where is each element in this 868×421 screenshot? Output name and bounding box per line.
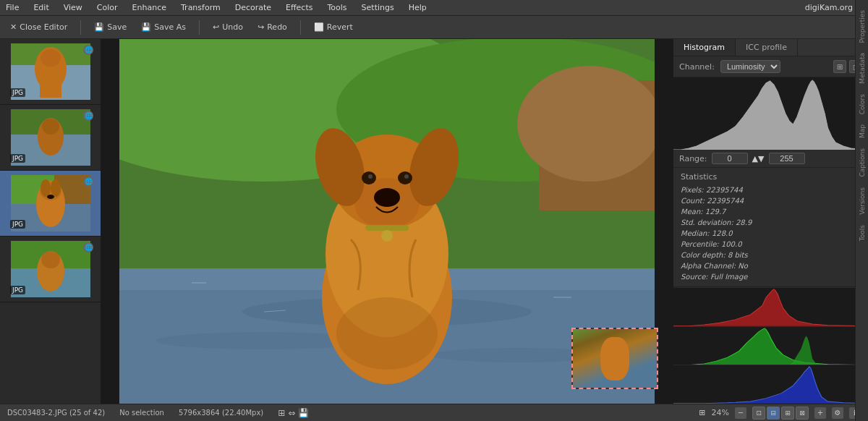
save-icon: 💾 — [94, 22, 104, 32]
side-tab-metadata[interactable]: Metadata — [857, 48, 867, 88]
status-icon-2[interactable]: ⇔ — [288, 408, 295, 418]
tab-icc-profile[interactable]: ICC profile — [736, 39, 798, 56]
range-label: Range: — [679, 154, 707, 163]
view-btn-1[interactable]: ⊡ — [752, 407, 765, 420]
canvas-area[interactable] — [101, 39, 673, 404]
panel-tabs: Histogram ICC profile — [673, 39, 868, 56]
range-max-input[interactable] — [769, 153, 805, 164]
thumb-globe-1: 🌐 — [83, 45, 93, 55]
svg-point-20 — [41, 251, 60, 268]
statistics-section: Statistics Pixels: 22395744 Count: 22395… — [673, 168, 868, 287]
close-editor-icon: ✕ — [10, 22, 17, 32]
side-tabs: Properties Metadata Colors Map Captions … — [855, 39, 868, 404]
menu-transform[interactable]: Transform — [178, 1, 224, 14]
side-tab-properties[interactable]: Properties — [857, 39, 867, 47]
save-as-button[interactable]: 💾 Save As — [137, 20, 190, 34]
zoom-level: 24% — [712, 408, 729, 417]
thumb-label-3: JPG — [10, 220, 25, 229]
side-tab-tools[interactable]: Tools — [857, 221, 867, 245]
side-tab-colors[interactable]: Colors — [857, 90, 867, 119]
status-selection: No selection — [119, 409, 164, 417]
thumb-globe-4: 🌐 — [83, 242, 93, 252]
menu-view[interactable]: View — [61, 1, 85, 14]
svg-point-44 — [336, 297, 438, 370]
histogram-green — [673, 326, 868, 365]
histogram-blue — [673, 365, 868, 404]
svg-point-41 — [374, 188, 400, 207]
view-btn-2[interactable]: ⊟ — [767, 407, 780, 420]
statusbar: DSC03483-2.JPG (25 of 42) No selection 5… — [0, 404, 868, 421]
thumbnail-item-2[interactable]: 🌐 JPG — [0, 105, 101, 171]
svg-point-39 — [368, 174, 373, 179]
save-as-icon: 💾 — [141, 22, 151, 32]
undo-icon: ↩ — [213, 22, 219, 32]
histogram-svg — [673, 77, 868, 150]
status-icons: ⊞ ⇔ 💾 — [278, 408, 309, 418]
side-tab-captions[interactable]: Captions — [857, 144, 867, 181]
menu-decorate[interactable]: Decorate — [232, 1, 274, 14]
view-mode-buttons: ⊡ ⊟ ⊞ ⊠ — [752, 407, 809, 420]
menu-color[interactable]: Color — [94, 1, 121, 14]
menu-enhance[interactable]: Enhance — [129, 1, 169, 14]
side-tab-map[interactable]: Map — [857, 120, 867, 143]
range-min-input[interactable] — [712, 153, 748, 164]
zoom-icon: ⊞ — [699, 408, 705, 417]
toolbar-separator-2 — [199, 20, 200, 35]
range-row: Range: ▲▼ — [673, 150, 868, 168]
svg-point-15 — [51, 179, 61, 197]
status-filename: DSC03483-2.JPG (25 of 42) — [7, 409, 105, 417]
settings-button[interactable]: ⚙ — [832, 407, 843, 419]
thumbnail-item-3[interactable]: 🌐 JPG — [0, 171, 101, 237]
stat-mean: Mean: 129.7 — [681, 206, 861, 217]
undo-button[interactable]: ↩ Undo — [208, 20, 247, 34]
zoom-in-button[interactable]: + — [814, 407, 826, 419]
svg-point-8 — [42, 119, 59, 135]
menu-tools[interactable]: Tools — [324, 1, 349, 14]
stat-pixels: Pixels: 22395744 — [681, 184, 861, 195]
status-icon-1[interactable]: ⊞ — [278, 408, 285, 418]
histogram-log-btn[interactable]: ⊞ — [833, 60, 846, 73]
menu-edit[interactable]: Edit — [30, 1, 51, 14]
status-icon-3[interactable]: 💾 — [298, 408, 309, 418]
menu-settings[interactable]: Settings — [359, 1, 397, 14]
canvas-thumb-dog — [600, 337, 629, 380]
close-editor-button[interactable]: ✕ Close Editor — [6, 20, 72, 34]
save-button[interactable]: 💾 Save — [90, 20, 131, 34]
tab-histogram[interactable]: Histogram — [673, 39, 736, 56]
channel-select[interactable]: Luminosity Red Green Blue Alpha — [720, 60, 780, 73]
statistics-title: Statistics — [681, 172, 861, 182]
thumb-globe-3: 🌐 — [83, 177, 93, 187]
stat-count: Count: 22395744 — [681, 195, 861, 206]
stat-std-dev: Std. deviation: 28.9 — [681, 217, 861, 228]
thumbnail-panel: 🌐 JPG 🌐 JPG 🌐 — [0, 39, 101, 404]
main-area: 🌐 JPG 🌐 JPG 🌐 — [0, 39, 868, 404]
svg-point-16 — [47, 195, 54, 199]
thumb-label-2: JPG — [10, 154, 25, 163]
toolbar: ✕ Close Editor 💾 Save 💾 Save As ↩ Undo ↪… — [0, 16, 868, 39]
svg-rect-4 — [40, 80, 61, 98]
right-panel: Histogram ICC profile Channel: Luminosit… — [673, 39, 868, 404]
toolbar-separator-1 — [80, 20, 81, 35]
view-btn-4[interactable]: ⊠ — [796, 407, 809, 420]
side-tab-versions[interactable]: Versions — [857, 183, 867, 219]
stat-alpha-channel: Alpha Channel: No — [681, 260, 861, 271]
thumbnail-item-1[interactable]: 🌐 JPG — [0, 39, 101, 105]
canvas-thumbnail-overlay — [571, 328, 658, 389]
histogram-red — [673, 287, 868, 326]
view-btn-3[interactable]: ⊞ — [781, 407, 794, 420]
histogram-luminosity — [673, 77, 868, 150]
range-separator: ▲▼ — [752, 154, 765, 163]
channel-label: Channel: — [679, 62, 715, 72]
stat-source: Source: Full Image — [681, 271, 861, 282]
toolbar-separator-3 — [300, 20, 301, 35]
menu-help[interactable]: Help — [406, 1, 430, 14]
rgb-histograms — [673, 287, 868, 404]
revert-button[interactable]: ⬜ Revert — [310, 20, 357, 34]
menu-effects[interactable]: Effects — [283, 1, 315, 14]
menu-file[interactable]: File — [3, 1, 22, 14]
redo-icon: ↪ — [258, 22, 264, 32]
thumbnail-item-4[interactable]: 🌐 JPG — [0, 237, 101, 302]
channel-row: Channel: Luminosity Red Green Blue Alpha… — [673, 56, 868, 77]
zoom-out-button[interactable]: − — [735, 407, 746, 419]
redo-button[interactable]: ↪ Redo — [253, 20, 292, 34]
